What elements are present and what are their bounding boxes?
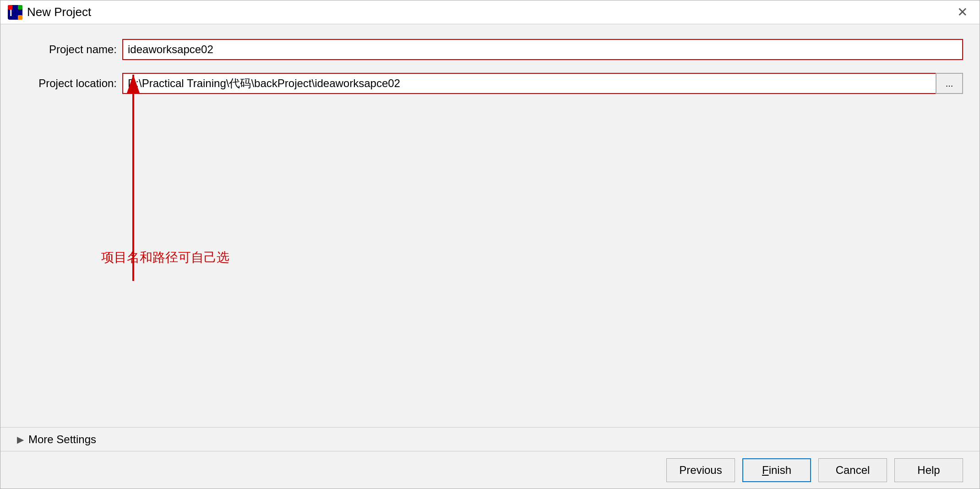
cancel-button[interactable]: Cancel	[818, 458, 887, 482]
svg-rect-3	[18, 5, 22, 10]
title-bar-left: I New Project	[8, 5, 91, 20]
project-location-label: Project location:	[17, 77, 122, 90]
more-settings-label: More Settings	[28, 433, 96, 446]
dialog-title: New Project	[27, 5, 91, 19]
project-location-input[interactable]	[122, 73, 936, 94]
browse-button[interactable]: ...	[936, 73, 963, 94]
finish-button[interactable]: Finish	[742, 458, 811, 482]
previous-button[interactable]: Previous	[666, 458, 735, 482]
title-bar: I New Project ✕	[0, 0, 980, 24]
svg-rect-4	[18, 15, 22, 20]
help-button[interactable]: Help	[894, 458, 963, 482]
project-location-row: Project location: ...	[17, 73, 963, 94]
more-settings-row[interactable]: ▶ More Settings	[0, 427, 980, 451]
footer: Previous Finish Cancel Help	[0, 451, 980, 489]
more-settings-arrow-icon: ▶	[17, 434, 24, 445]
cancel-label: Cancel	[836, 464, 870, 476]
location-input-group: ...	[122, 73, 963, 94]
new-project-dialog: I New Project ✕ Project name: Project lo…	[0, 0, 980, 489]
app-icon: I	[8, 5, 22, 20]
finish-label: Finish	[762, 464, 791, 476]
project-name-row: Project name:	[17, 39, 963, 60]
help-label: Help	[917, 464, 940, 476]
project-name-label: Project name:	[17, 43, 122, 56]
svg-rect-2	[8, 5, 12, 10]
annotation-text: 项目名和路径可自己选	[101, 249, 229, 266]
annotation-arrow-svg	[87, 61, 362, 313]
content-area: Project name: Project location: ...	[0, 24, 980, 427]
project-name-input[interactable]	[122, 39, 963, 60]
close-button[interactable]: ✕	[953, 4, 972, 21]
previous-label: Previous	[679, 464, 722, 476]
